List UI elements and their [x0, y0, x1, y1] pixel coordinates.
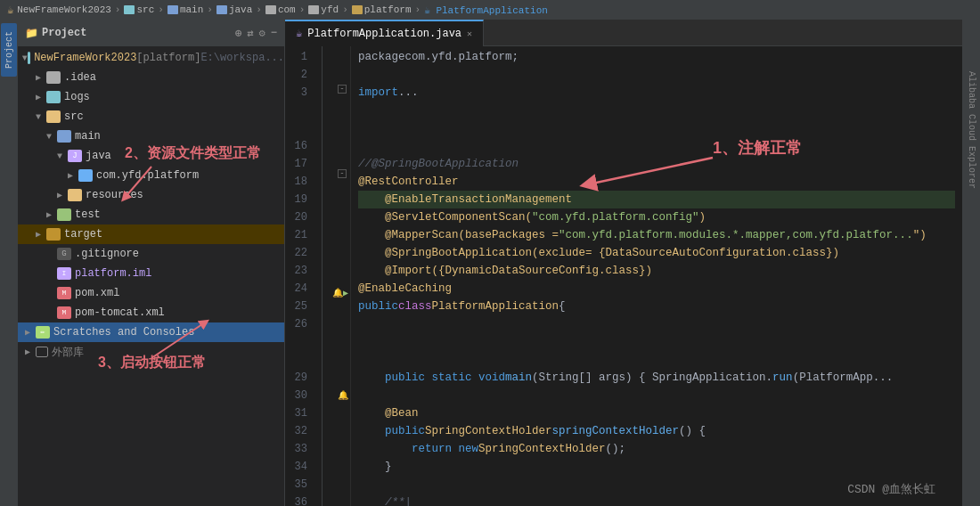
code-line-32: public SpringContextHolder springContext…	[358, 422, 955, 440]
watermark: CSDN @血煞长虹	[847, 481, 935, 497]
breadcrumb-file: ☕ PlatformApplication	[424, 4, 548, 16]
project-panel-header: 📁 Project ⊕ ⇄ ⚙ −	[18, 20, 284, 46]
idea-arrow: ▶	[36, 72, 46, 83]
tree-test[interactable]: ▶ test	[18, 205, 284, 224]
editor-area: ☕ PlatformApplication.java ✕ 1 2 3 16 17…	[285, 20, 962, 506]
breadcrumb-java[interactable]: java	[216, 4, 252, 15]
tree-root[interactable]: ▼ NewFrameWork2023 [platform] E:\workspa…	[18, 48, 284, 68]
code-line-23: @Import({DynamicDataSourceConfig.class})	[358, 262, 955, 280]
gitignore-icon: G	[57, 248, 71, 260]
project-tab-button[interactable]: Project	[1, 23, 17, 77]
code-line-34: }	[358, 458, 955, 476]
right-sidebar-tab: Alibaba Cloud Explorer	[962, 20, 980, 506]
package-icon	[78, 169, 93, 182]
left-sidebar-tab: Project	[0, 20, 18, 506]
tree-idea[interactable]: ▶ .idea	[18, 68, 284, 87]
yfd-folder-icon	[308, 5, 319, 14]
minimize-icon[interactable]: −	[271, 27, 277, 40]
code-line-33: return new SpringContextHolder();	[358, 440, 955, 458]
java-icon: J	[68, 150, 82, 162]
test-icon	[57, 208, 71, 221]
tabs-bar: ☕ PlatformApplication.java ✕	[285, 20, 962, 46]
root-path: E:\workspa...	[200, 52, 284, 64]
tree-pom[interactable]: ▶ M pom.xml	[18, 283, 284, 303]
src-arrow: ▼	[36, 112, 46, 122]
src-icon	[46, 110, 61, 123]
run-icon[interactable]: ▶	[343, 288, 348, 298]
add-icon[interactable]: ⊕	[235, 27, 241, 40]
code-line-22: @SpringBootApplication(exclude= {DataSou…	[358, 244, 955, 262]
main-folder-icon	[167, 5, 178, 14]
tree-logs[interactable]: ▶ logs	[18, 87, 284, 107]
code-area[interactable]: 1 2 3 16 17 18 19 20 21 22 23 24 25 26 2…	[285, 46, 962, 506]
tree-scratches[interactable]: ▶ ✏ Scratches and Consoles	[18, 322, 284, 342]
main-label: main	[75, 130, 101, 143]
folder-icon: 📁	[25, 27, 38, 40]
target-label: target	[64, 228, 102, 241]
code-line-blank4	[358, 351, 955, 369]
main-arrow: ▼	[46, 132, 57, 142]
code-line-1: package com.yfd.platform;	[358, 48, 955, 66]
tree-iml[interactable]: ▶ I platform.iml	[18, 264, 284, 283]
sync-icon[interactable]: ⇄	[247, 27, 253, 40]
breadcrumb-com[interactable]: com	[265, 4, 296, 15]
pom-tomcat-icon: M	[57, 306, 71, 319]
tree-main[interactable]: ▼ main	[18, 126, 284, 146]
alibaba-cloud-tab[interactable]: Alibaba Cloud Explorer	[965, 64, 978, 196]
tree-target[interactable]: ▶ target	[18, 224, 284, 244]
tree-java[interactable]: ▼ J java	[18, 146, 284, 166]
code-line-25: public class PlatformApplication {	[358, 298, 955, 315]
pom-tomcat-label: pom-tomcat.xml	[75, 306, 165, 319]
code-line-3: import ...	[358, 84, 955, 102]
test-arrow: ▶	[46, 209, 57, 220]
tab-close-button[interactable]: ✕	[467, 29, 472, 39]
tree-external-lib[interactable]: ▶ 外部库	[18, 342, 284, 362]
java-arrow: ▼	[57, 151, 68, 161]
code-line-18: @RestController	[358, 173, 955, 191]
code-line-blank2	[358, 119, 955, 137]
breadcrumb-src[interactable]: src	[124, 4, 154, 15]
tree-gitignore[interactable]: ▶ G .gitignore	[18, 244, 284, 264]
logs-icon	[46, 91, 61, 103]
code-line-16	[358, 137, 955, 155]
logs-arrow: ▶	[36, 92, 46, 102]
project-label: Project	[42, 27, 86, 39]
fold-import[interactable]: -	[338, 85, 347, 94]
code-line-30	[358, 387, 955, 404]
title-bar: ☕ NewFrameWork2023 › src › main › java ›…	[0, 0, 980, 20]
title-icon: ☕	[7, 4, 13, 17]
target-arrow: ▶	[36, 229, 46, 240]
header-icons: ⊕ ⇄ ⚙ −	[235, 27, 277, 40]
pom-label: pom.xml	[75, 287, 119, 299]
tree-resources[interactable]: ▶ resources	[18, 185, 284, 205]
breadcrumb-main[interactable]: main	[167, 4, 203, 15]
java-folder-icon	[216, 5, 227, 14]
tree-package[interactable]: ▶ com.yfd.platform	[18, 166, 284, 185]
gutter-area: - - 🔔 ▶ 🔔	[323, 46, 351, 506]
root-arrow: ▼	[22, 53, 28, 63]
fold-class[interactable]: -	[338, 169, 347, 178]
scratches-arrow: ▶	[25, 327, 36, 338]
src-label: src	[64, 110, 84, 123]
tab-java-icon: ☕	[296, 27, 302, 40]
settings-icon[interactable]: ⚙	[259, 27, 265, 40]
external-lib-arrow: ▶	[25, 347, 36, 357]
code-content[interactable]: package com.yfd.platform; import ... //@…	[351, 46, 962, 506]
code-line-blank1	[358, 102, 955, 119]
tree-src[interactable]: ▼ src	[18, 107, 284, 126]
breadcrumb-platform[interactable]: platform	[352, 4, 412, 15]
code-line-2	[358, 66, 955, 84]
package-arrow: ▶	[68, 170, 78, 181]
root-module: [platform]	[136, 52, 200, 64]
scratches-icon: ✏	[36, 326, 50, 339]
project-panel: 📁 Project ⊕ ⇄ ⚙ − ▼ NewFrameWork2023 [pl	[18, 20, 285, 506]
iml-icon: I	[57, 267, 71, 280]
code-line-26	[358, 315, 955, 333]
active-tab[interactable]: ☕ PlatformApplication.java ✕	[285, 20, 484, 46]
code-line-21: @MapperScan(basePackages = "com.yfd.plat…	[358, 226, 955, 244]
tree-pom-tomcat[interactable]: ▶ M pom-tomcat.xml	[18, 303, 284, 322]
tab-label: PlatformApplication.java	[307, 28, 461, 40]
scratches-label: Scratches and Consoles	[53, 326, 194, 339]
external-lib-icon	[36, 347, 48, 357]
breadcrumb-yfd[interactable]: yfd	[308, 4, 339, 15]
